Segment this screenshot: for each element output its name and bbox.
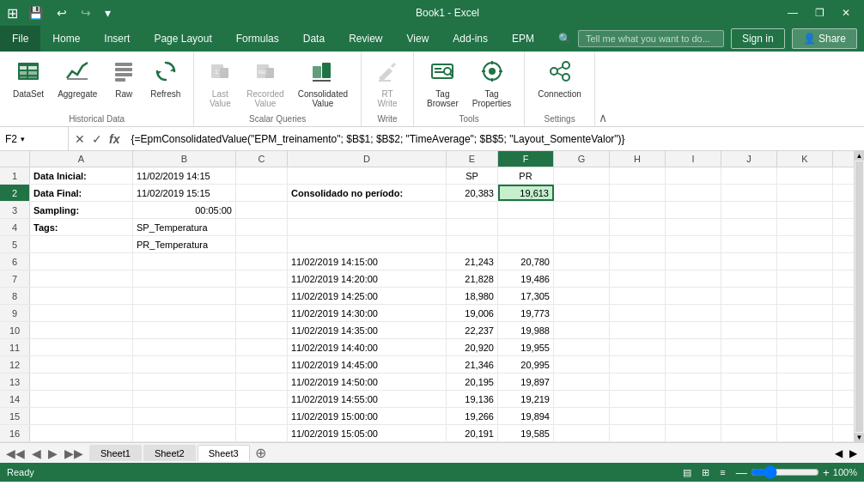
cell-j9[interactable] bbox=[721, 305, 777, 321]
cell-e16[interactable]: 20,191 bbox=[447, 425, 498, 441]
cell-c4[interactable] bbox=[236, 219, 288, 235]
cell-b1[interactable]: 11/02/2019 14:15 bbox=[133, 167, 236, 184]
sheet-tab-sheet2[interactable]: Sheet2 bbox=[143, 445, 196, 461]
cell-c11[interactable] bbox=[236, 339, 288, 355]
col-header-k[interactable]: K bbox=[777, 151, 833, 167]
cell-a10[interactable] bbox=[30, 322, 133, 338]
cell-f14[interactable]: 19,219 bbox=[498, 391, 554, 407]
cell-b11[interactable] bbox=[133, 339, 236, 355]
cell-g11[interactable] bbox=[554, 339, 610, 355]
add-sheet-button[interactable]: ⊕ bbox=[252, 445, 270, 461]
col-header-a[interactable]: A bbox=[30, 151, 133, 167]
cell-e15[interactable]: 19,266 bbox=[447, 408, 498, 424]
view-normal-icon[interactable]: ▤ bbox=[683, 467, 691, 478]
cell-g2[interactable] bbox=[554, 185, 610, 201]
cell-e2[interactable]: 20,383 bbox=[447, 185, 498, 201]
cell-f2[interactable]: 19,613 bbox=[498, 185, 554, 201]
cell-j10[interactable] bbox=[721, 322, 777, 338]
cell-b10[interactable] bbox=[133, 322, 236, 338]
cell-h11[interactable] bbox=[610, 339, 666, 355]
cell-i1[interactable] bbox=[666, 167, 721, 184]
cell-d11[interactable]: 11/02/2019 14:40:00 bbox=[288, 339, 447, 355]
cell-c2[interactable] bbox=[236, 185, 288, 201]
col-header-e[interactable]: E bbox=[447, 151, 498, 167]
scroll-right-icon[interactable]: ▶ bbox=[849, 447, 857, 459]
formula-input[interactable] bbox=[125, 133, 864, 145]
cell-g13[interactable] bbox=[554, 373, 610, 390]
cell-l6[interactable] bbox=[833, 253, 854, 270]
tab-insert[interactable]: Insert bbox=[92, 26, 142, 52]
cell-a14[interactable] bbox=[30, 391, 133, 407]
aggregate-button[interactable]: Aggregate bbox=[52, 55, 103, 103]
cell-g1[interactable] bbox=[554, 167, 610, 184]
cell-g3[interactable] bbox=[554, 202, 610, 218]
cell-b16[interactable] bbox=[133, 425, 236, 441]
refresh-button[interactable]: Refresh bbox=[144, 55, 186, 103]
tag-properties-button[interactable]: TagProperties bbox=[466, 55, 518, 112]
cell-f7[interactable]: 19,486 bbox=[498, 270, 554, 287]
cell-a15[interactable] bbox=[30, 408, 133, 424]
save-qat-button[interactable]: 💾 bbox=[25, 4, 46, 21]
scroll-up-button[interactable]: ▲ bbox=[855, 151, 864, 161]
cell-j12[interactable] bbox=[721, 356, 777, 373]
cell-h7[interactable] bbox=[610, 270, 666, 287]
col-header-f[interactable]: F bbox=[498, 151, 554, 167]
tab-page-layout[interactable]: Page Layout bbox=[142, 26, 223, 52]
cell-k10[interactable] bbox=[777, 322, 833, 338]
cell-c6[interactable] bbox=[236, 253, 288, 270]
cell-l2[interactable] bbox=[833, 185, 854, 201]
cell-l14[interactable] bbox=[833, 391, 854, 407]
cell-k16[interactable] bbox=[777, 425, 833, 441]
cell-k3[interactable] bbox=[777, 202, 833, 218]
customize-qat-button[interactable]: ▾ bbox=[101, 4, 114, 21]
cell-c15[interactable] bbox=[236, 408, 288, 424]
cell-j5[interactable] bbox=[721, 236, 777, 252]
cell-f8[interactable]: 17,305 bbox=[498, 288, 554, 304]
tab-file[interactable]: File bbox=[0, 26, 40, 52]
cell-b4[interactable]: SP_Temperatura bbox=[133, 219, 236, 235]
cell-g10[interactable] bbox=[554, 322, 610, 338]
zoom-slider[interactable] bbox=[751, 465, 819, 479]
col-header-c[interactable]: C bbox=[236, 151, 288, 167]
cell-i5[interactable] bbox=[666, 236, 721, 252]
cell-e13[interactable]: 20,195 bbox=[447, 373, 498, 390]
cell-a9[interactable] bbox=[30, 305, 133, 321]
cell-f9[interactable]: 19,773 bbox=[498, 305, 554, 321]
cell-c8[interactable] bbox=[236, 288, 288, 304]
cell-j1[interactable] bbox=[721, 167, 777, 184]
cell-e4[interactable] bbox=[447, 219, 498, 235]
tab-home[interactable]: Home bbox=[40, 26, 92, 52]
sheet-nav-next-button[interactable]: ▶ bbox=[46, 446, 60, 460]
cell-e8[interactable]: 18,980 bbox=[447, 288, 498, 304]
cell-c10[interactable] bbox=[236, 322, 288, 338]
cell-k7[interactable] bbox=[777, 270, 833, 287]
cell-f5[interactable] bbox=[498, 236, 554, 252]
cell-a5[interactable] bbox=[30, 236, 133, 252]
cell-d7[interactable]: 11/02/2019 14:20:00 bbox=[288, 270, 447, 287]
cell-i14[interactable] bbox=[666, 391, 721, 407]
cell-a16[interactable] bbox=[30, 425, 133, 441]
cell-g5[interactable] bbox=[554, 236, 610, 252]
cell-l15[interactable] bbox=[833, 408, 854, 424]
cell-k12[interactable] bbox=[777, 356, 833, 373]
scroll-left-icon[interactable]: ◀ bbox=[835, 447, 843, 459]
cell-b3[interactable]: 00:05:00 bbox=[133, 202, 236, 218]
cell-g7[interactable] bbox=[554, 270, 610, 287]
col-header-i[interactable]: I bbox=[666, 151, 721, 167]
cell-d10[interactable]: 11/02/2019 14:35:00 bbox=[288, 322, 447, 338]
cell-e6[interactable]: 21,243 bbox=[447, 253, 498, 270]
view-page-layout-icon[interactable]: ⊞ bbox=[702, 467, 709, 478]
cell-d9[interactable]: 11/02/2019 14:30:00 bbox=[288, 305, 447, 321]
cell-l13[interactable] bbox=[833, 373, 854, 390]
cell-h12[interactable] bbox=[610, 356, 666, 373]
cell-k11[interactable] bbox=[777, 339, 833, 355]
cell-g12[interactable] bbox=[554, 356, 610, 373]
cell-c5[interactable] bbox=[236, 236, 288, 252]
tag-browser-button[interactable]: TagBrowser bbox=[421, 55, 465, 112]
zoom-in-button[interactable]: + bbox=[823, 466, 830, 479]
cell-a2[interactable]: Data Final: bbox=[30, 185, 133, 201]
cell-k8[interactable] bbox=[777, 288, 833, 304]
consolidated-value-button[interactable]: ConsolidatedValue bbox=[292, 55, 354, 112]
cell-d4[interactable] bbox=[288, 219, 447, 235]
cell-g16[interactable] bbox=[554, 425, 610, 441]
